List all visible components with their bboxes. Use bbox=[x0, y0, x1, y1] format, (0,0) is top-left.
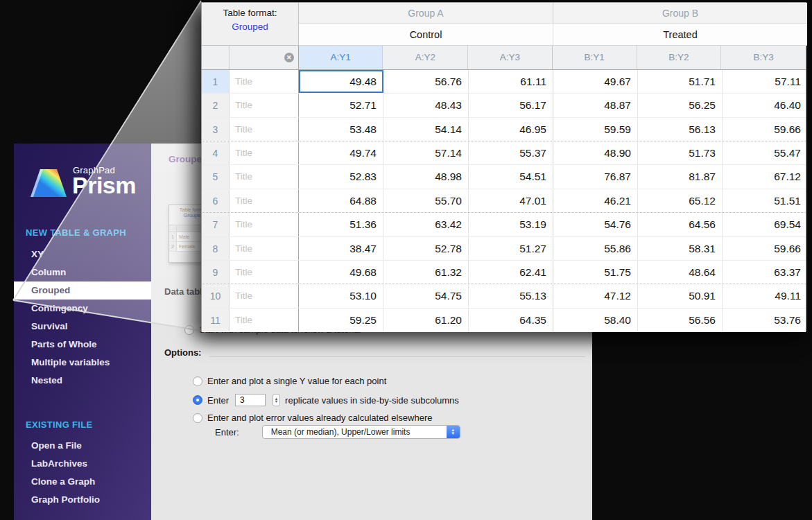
group-a-header[interactable]: Group A bbox=[299, 3, 553, 24]
row-number[interactable]: 2 bbox=[202, 94, 230, 116]
data-cell[interactable]: 55.13 bbox=[469, 284, 553, 307]
data-cell[interactable]: 55.47 bbox=[723, 141, 807, 164]
column-header-b-y1[interactable]: B:Y1 bbox=[553, 46, 637, 69]
radio-single-y[interactable] bbox=[193, 376, 202, 386]
row-number[interactable]: 1 bbox=[202, 70, 230, 93]
data-cell[interactable]: 49.74 bbox=[299, 141, 383, 164]
data-cell[interactable]: 59.25 bbox=[299, 309, 383, 332]
data-cell[interactable]: 58.31 bbox=[638, 237, 723, 260]
row-number[interactable]: 4 bbox=[202, 141, 230, 164]
row-title-placeholder[interactable]: Title bbox=[230, 118, 299, 141]
data-cell[interactable]: 63.37 bbox=[723, 261, 807, 284]
sidebar-item-parts-of-whole[interactable]: Parts of Whole bbox=[14, 336, 151, 354]
row-number[interactable]: 6 bbox=[202, 189, 230, 212]
data-cell[interactable]: 56.76 bbox=[383, 70, 469, 93]
row-title-placeholder[interactable]: Title bbox=[230, 284, 299, 307]
data-cell[interactable]: 50.91 bbox=[638, 284, 723, 307]
data-cell[interactable]: 65.12 bbox=[638, 189, 723, 212]
replicate-count-stepper[interactable]: ▲▼ bbox=[273, 394, 280, 406]
row-number[interactable]: 10 bbox=[202, 284, 230, 307]
row-title-placeholder[interactable]: Title bbox=[230, 189, 299, 212]
row-title-placeholder[interactable]: Title bbox=[230, 309, 299, 332]
data-cell[interactable]: 64.88 bbox=[299, 189, 383, 212]
data-cell[interactable]: 55.86 bbox=[553, 237, 638, 260]
data-cell[interactable]: 55.37 bbox=[469, 141, 553, 164]
data-cell[interactable]: 62.41 bbox=[469, 261, 553, 284]
data-cell[interactable]: 48.98 bbox=[383, 165, 469, 188]
row-title-placeholder[interactable]: Title bbox=[230, 261, 299, 284]
data-cell[interactable]: 53.19 bbox=[469, 213, 553, 236]
sidebar-item-labarchives[interactable]: LabArchives bbox=[14, 455, 151, 473]
data-cell[interactable]: 57.14 bbox=[383, 141, 469, 164]
data-cell[interactable]: 51.71 bbox=[638, 70, 723, 93]
data-cell[interactable]: 67.12 bbox=[723, 165, 807, 188]
data-cell[interactable]: 55.70 bbox=[383, 189, 469, 212]
data-cell[interactable]: 38.47 bbox=[299, 237, 383, 260]
data-cell[interactable]: 58.40 bbox=[553, 309, 638, 332]
radio-error-values[interactable] bbox=[193, 413, 202, 423]
data-cell[interactable]: 56.25 bbox=[638, 94, 723, 116]
data-cell[interactable]: 76.87 bbox=[553, 165, 638, 188]
data-cell[interactable]: 52.78 bbox=[383, 237, 469, 260]
data-cell[interactable]: 48.90 bbox=[553, 141, 638, 164]
option-single-y[interactable]: Enter and plot a single Y value for each… bbox=[193, 376, 386, 386]
sidebar-item-xy[interactable]: XY bbox=[14, 245, 151, 263]
data-cell[interactable]: 53.76 bbox=[723, 309, 807, 332]
data-cell[interactable]: 52.71 bbox=[299, 94, 383, 116]
sidebar-item-survival[interactable]: Survival bbox=[14, 318, 151, 336]
data-cell[interactable]: 46.40 bbox=[723, 94, 807, 116]
data-cell[interactable]: 54.76 bbox=[553, 213, 638, 236]
data-cell[interactable]: 59.66 bbox=[723, 118, 807, 141]
option-replicates[interactable]: Enter 3 ▲▼ replicate values in side-by-s… bbox=[193, 394, 459, 406]
data-cell[interactable]: 51.51 bbox=[723, 189, 807, 212]
row-number[interactable]: 11 bbox=[202, 309, 230, 332]
error-format-dropdown[interactable]: Mean (or median), Upper/Lower limits ▲▼ bbox=[262, 425, 460, 439]
data-cell[interactable]: 48.64 bbox=[638, 261, 723, 284]
replicate-count-field[interactable]: 3 bbox=[235, 394, 266, 406]
column-header-b-y3[interactable]: B:Y3 bbox=[721, 46, 806, 69]
data-cell[interactable]: 81.87 bbox=[638, 165, 723, 188]
close-icon[interactable]: ✕ bbox=[284, 53, 294, 62]
data-cell[interactable]: 49.67 bbox=[553, 70, 638, 93]
data-cell[interactable]: 48.87 bbox=[553, 94, 638, 116]
data-cell[interactable]: 51.75 bbox=[553, 261, 638, 284]
row-title-placeholder[interactable]: Title bbox=[230, 213, 299, 236]
group-b-subtitle[interactable]: Treated bbox=[553, 24, 807, 46]
data-cell[interactable]: 59.59 bbox=[553, 118, 638, 141]
row-title-placeholder[interactable]: Title bbox=[230, 141, 299, 164]
row-number[interactable]: 7 bbox=[202, 213, 230, 236]
row-number[interactable]: 9 bbox=[202, 261, 230, 284]
row-title-placeholder[interactable]: Title bbox=[230, 70, 299, 93]
option-error-values[interactable]: Enter and plot error values already calc… bbox=[193, 413, 432, 423]
column-header-a-y2[interactable]: A:Y2 bbox=[383, 46, 468, 69]
data-cell[interactable]: 51.27 bbox=[469, 237, 553, 260]
column-header-a-y1[interactable]: A:Y1 bbox=[299, 46, 383, 69]
group-b-header[interactable]: Group B bbox=[553, 3, 807, 24]
sidebar-item-open-a-file[interactable]: Open a File bbox=[14, 437, 151, 455]
sidebar-item-multiple-variables[interactable]: Multiple variables bbox=[14, 354, 151, 372]
group-a-subtitle[interactable]: Control bbox=[299, 24, 553, 46]
data-cell[interactable]: 54.51 bbox=[469, 165, 553, 188]
sidebar-item-graph-portfolio[interactable]: Graph Portfolio bbox=[14, 491, 151, 509]
row-title-placeholder[interactable]: Title bbox=[230, 94, 299, 116]
row-title-placeholder[interactable]: Title bbox=[230, 165, 299, 188]
data-cell[interactable]: 51.73 bbox=[638, 141, 723, 164]
data-cell[interactable]: 46.21 bbox=[553, 189, 638, 212]
data-cell[interactable]: 59.66 bbox=[723, 237, 807, 260]
data-cell[interactable]: 53.48 bbox=[299, 118, 383, 141]
data-cell[interactable]: 49.11 bbox=[723, 284, 807, 307]
sidebar-item-grouped[interactable]: Grouped bbox=[14, 281, 151, 300]
row-number[interactable]: 5 bbox=[202, 165, 230, 188]
sidebar-item-nested[interactable]: Nested bbox=[14, 372, 151, 390]
row-number[interactable]: 3 bbox=[202, 118, 230, 141]
sidebar-item-column[interactable]: Column bbox=[14, 263, 151, 281]
radio-replicates[interactable] bbox=[193, 395, 202, 405]
data-cell[interactable]: 48.43 bbox=[383, 94, 469, 116]
data-cell[interactable]: 51.36 bbox=[299, 213, 383, 236]
radio-sample-data[interactable] bbox=[184, 325, 194, 335]
data-cell[interactable]: 54.75 bbox=[383, 284, 469, 307]
data-cell[interactable]: 64.35 bbox=[469, 309, 553, 332]
data-cell[interactable]: 57.11 bbox=[723, 70, 807, 93]
row-title-placeholder[interactable]: Title bbox=[230, 237, 299, 260]
data-cell[interactable]: 61.11 bbox=[469, 70, 553, 93]
